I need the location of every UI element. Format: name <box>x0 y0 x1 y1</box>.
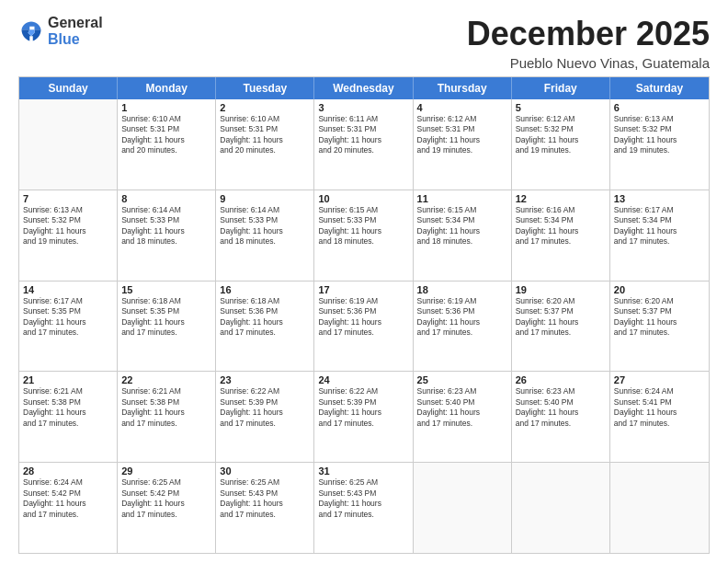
day-number: 3 <box>318 102 408 113</box>
calendar-cell: 16Sunrise: 6:18 AM Sunset: 5:36 PM Dayli… <box>216 282 314 372</box>
day-number: 4 <box>417 102 507 113</box>
day-info: Sunrise: 6:14 AM Sunset: 5:33 PM Dayligh… <box>121 205 211 247</box>
day-number: 27 <box>614 374 705 385</box>
day-info: Sunrise: 6:20 AM Sunset: 5:37 PM Dayligh… <box>614 296 705 339</box>
calendar-cell: 21Sunrise: 6:21 AM Sunset: 5:38 PM Dayli… <box>19 372 118 462</box>
calendar-cell <box>414 463 512 553</box>
calendar-cell: 26Sunrise: 6:23 AM Sunset: 5:40 PM Dayli… <box>512 372 610 462</box>
calendar-body: 1Sunrise: 6:10 AM Sunset: 5:31 PM Daylig… <box>19 99 709 553</box>
calendar-row: 14Sunrise: 6:17 AM Sunset: 5:35 PM Dayli… <box>19 282 709 373</box>
day-number: 30 <box>220 465 310 477</box>
calendar-cell: 31Sunrise: 6:25 AM Sunset: 5:43 PM Dayli… <box>314 463 413 553</box>
calendar-cell: 9Sunrise: 6:14 AM Sunset: 5:33 PM Daylig… <box>216 190 314 281</box>
logo: General Blue <box>18 15 103 47</box>
calendar-row: 1Sunrise: 6:10 AM Sunset: 5:31 PM Daylig… <box>19 99 709 190</box>
day-info: Sunrise: 6:19 AM Sunset: 5:36 PM Dayligh… <box>417 296 507 339</box>
logo-blue-text: Blue <box>48 31 103 48</box>
day-number: 22 <box>121 374 211 385</box>
calendar-header: SundayMondayTuesdayWednesdayThursdayFrid… <box>19 77 709 99</box>
calendar-cell: 28Sunrise: 6:24 AM Sunset: 5:42 PM Dayli… <box>19 463 118 553</box>
weekday-header: Monday <box>118 77 216 99</box>
weekday-header: Wednesday <box>314 77 413 99</box>
calendar-cell: 3Sunrise: 6:11 AM Sunset: 5:31 PM Daylig… <box>314 99 413 190</box>
weekday-header: Saturday <box>610 77 709 99</box>
weekday-header: Friday <box>512 77 610 99</box>
day-info: Sunrise: 6:23 AM Sunset: 5:40 PM Dayligh… <box>516 386 606 429</box>
calendar-cell: 13Sunrise: 6:17 AM Sunset: 5:34 PM Dayli… <box>610 190 709 281</box>
day-number: 29 <box>121 465 211 477</box>
calendar-cell: 24Sunrise: 6:22 AM Sunset: 5:39 PM Dayli… <box>314 372 413 462</box>
day-info: Sunrise: 6:22 AM Sunset: 5:39 PM Dayligh… <box>318 386 408 429</box>
day-number: 5 <box>516 102 606 113</box>
day-info: Sunrise: 6:18 AM Sunset: 5:35 PM Dayligh… <box>121 296 211 339</box>
location-subtitle: Pueblo Nuevo Vinas, Guatemala <box>467 55 710 71</box>
day-info: Sunrise: 6:10 AM Sunset: 5:31 PM Dayligh… <box>220 114 310 156</box>
calendar-row: 28Sunrise: 6:24 AM Sunset: 5:42 PM Dayli… <box>19 463 709 553</box>
day-number: 31 <box>318 465 408 477</box>
day-info: Sunrise: 6:17 AM Sunset: 5:35 PM Dayligh… <box>23 296 113 339</box>
day-info: Sunrise: 6:16 AM Sunset: 5:34 PM Dayligh… <box>516 205 606 247</box>
weekday-header: Sunday <box>19 77 118 99</box>
day-number: 18 <box>417 284 507 295</box>
day-number: 10 <box>318 193 408 204</box>
calendar-cell: 23Sunrise: 6:22 AM Sunset: 5:39 PM Dayli… <box>216 372 314 462</box>
calendar-cell: 15Sunrise: 6:18 AM Sunset: 5:35 PM Dayli… <box>118 282 216 372</box>
header: General Blue December 2025 Pueblo Nuevo … <box>18 15 710 71</box>
day-info: Sunrise: 6:15 AM Sunset: 5:34 PM Dayligh… <box>417 205 507 247</box>
calendar: SundayMondayTuesdayWednesdayThursdayFrid… <box>18 76 710 554</box>
calendar-cell: 6Sunrise: 6:13 AM Sunset: 5:32 PM Daylig… <box>610 99 709 190</box>
day-number: 6 <box>614 102 705 113</box>
day-number: 17 <box>318 284 408 295</box>
day-info: Sunrise: 6:11 AM Sunset: 5:31 PM Dayligh… <box>318 114 408 156</box>
day-number: 15 <box>121 284 211 295</box>
day-number: 12 <box>516 193 606 204</box>
day-info: Sunrise: 6:23 AM Sunset: 5:40 PM Dayligh… <box>417 386 507 429</box>
day-info: Sunrise: 6:25 AM Sunset: 5:43 PM Dayligh… <box>318 477 408 520</box>
day-number: 25 <box>417 374 507 385</box>
day-info: Sunrise: 6:12 AM Sunset: 5:31 PM Dayligh… <box>417 114 507 156</box>
day-number: 9 <box>220 193 310 204</box>
calendar-cell: 5Sunrise: 6:12 AM Sunset: 5:32 PM Daylig… <box>512 99 610 190</box>
day-number: 7 <box>23 193 113 204</box>
calendar-cell: 12Sunrise: 6:16 AM Sunset: 5:34 PM Dayli… <box>512 190 610 281</box>
day-info: Sunrise: 6:13 AM Sunset: 5:32 PM Dayligh… <box>614 114 705 156</box>
calendar-cell: 4Sunrise: 6:12 AM Sunset: 5:31 PM Daylig… <box>414 99 512 190</box>
day-info: Sunrise: 6:17 AM Sunset: 5:34 PM Dayligh… <box>614 205 705 247</box>
calendar-row: 21Sunrise: 6:21 AM Sunset: 5:38 PM Dayli… <box>19 372 709 463</box>
page: General Blue December 2025 Pueblo Nuevo … <box>0 0 728 563</box>
calendar-cell <box>19 99 118 190</box>
calendar-cell: 7Sunrise: 6:13 AM Sunset: 5:32 PM Daylig… <box>19 190 118 281</box>
day-info: Sunrise: 6:25 AM Sunset: 5:43 PM Dayligh… <box>220 477 310 520</box>
calendar-cell: 17Sunrise: 6:19 AM Sunset: 5:36 PM Dayli… <box>314 282 413 372</box>
calendar-cell: 22Sunrise: 6:21 AM Sunset: 5:38 PM Dayli… <box>118 372 216 462</box>
weekday-header: Thursday <box>414 77 512 99</box>
day-number: 28 <box>23 465 113 477</box>
day-info: Sunrise: 6:20 AM Sunset: 5:37 PM Dayligh… <box>516 296 606 339</box>
day-number: 20 <box>614 284 705 295</box>
calendar-cell: 19Sunrise: 6:20 AM Sunset: 5:37 PM Dayli… <box>512 282 610 372</box>
day-info: Sunrise: 6:22 AM Sunset: 5:39 PM Dayligh… <box>220 386 310 429</box>
calendar-cell: 29Sunrise: 6:25 AM Sunset: 5:42 PM Dayli… <box>118 463 216 553</box>
day-info: Sunrise: 6:15 AM Sunset: 5:33 PM Dayligh… <box>318 205 408 247</box>
logo-icon <box>18 18 44 44</box>
day-number: 8 <box>121 193 211 204</box>
calendar-cell <box>610 463 709 553</box>
day-info: Sunrise: 6:12 AM Sunset: 5:32 PM Dayligh… <box>516 114 606 156</box>
calendar-row: 7Sunrise: 6:13 AM Sunset: 5:32 PM Daylig… <box>19 190 709 282</box>
day-info: Sunrise: 6:10 AM Sunset: 5:31 PM Dayligh… <box>121 114 211 156</box>
day-number: 2 <box>220 102 310 113</box>
day-number: 1 <box>121 102 211 113</box>
day-info: Sunrise: 6:18 AM Sunset: 5:36 PM Dayligh… <box>220 296 310 339</box>
day-number: 11 <box>417 193 507 204</box>
calendar-cell <box>512 463 610 553</box>
calendar-cell: 10Sunrise: 6:15 AM Sunset: 5:33 PM Dayli… <box>314 190 413 281</box>
logo-text: General Blue <box>48 15 103 47</box>
calendar-cell: 14Sunrise: 6:17 AM Sunset: 5:35 PM Dayli… <box>19 282 118 372</box>
day-info: Sunrise: 6:24 AM Sunset: 5:42 PM Dayligh… <box>23 477 113 520</box>
calendar-cell: 20Sunrise: 6:20 AM Sunset: 5:37 PM Dayli… <box>610 282 709 372</box>
day-number: 14 <box>23 284 113 295</box>
calendar-cell: 11Sunrise: 6:15 AM Sunset: 5:34 PM Dayli… <box>414 190 512 281</box>
day-number: 21 <box>23 374 113 385</box>
calendar-cell: 25Sunrise: 6:23 AM Sunset: 5:40 PM Dayli… <box>414 372 512 462</box>
calendar-cell: 8Sunrise: 6:14 AM Sunset: 5:33 PM Daylig… <box>118 190 216 281</box>
